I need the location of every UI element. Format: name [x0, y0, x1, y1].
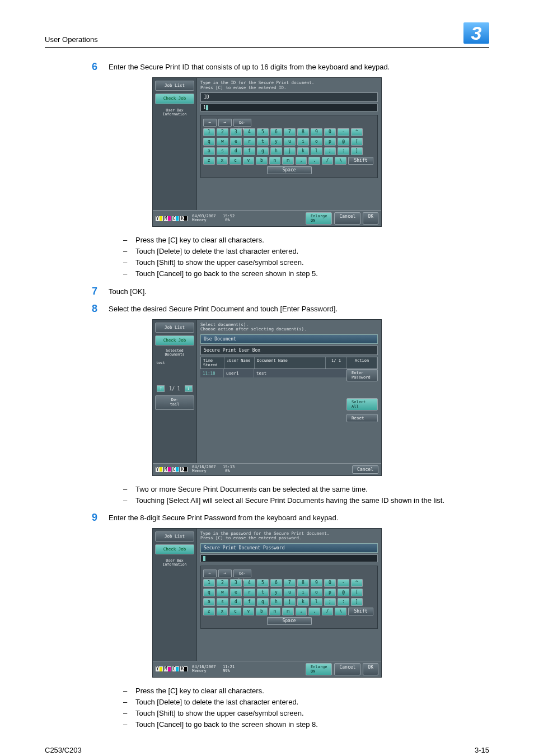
panel-sidebar: Job List Check Job Selected Documents te… [153, 320, 197, 463]
key-row-4: zxcvbnm,./\ Shift [203, 157, 375, 165]
password-input[interactable] [200, 554, 378, 562]
step-9: 9 Enter the 8-digit Secure Print Passwor… [92, 512, 489, 524]
shift-key[interactable]: Shift [348, 608, 373, 615]
checkjob-button[interactable]: Check Job [155, 94, 194, 104]
page-number: 3-15 [475, 746, 489, 754]
hint-text: Type in the ID for the Secure Print docu… [200, 81, 378, 90]
toner-levels-icon: YMCK [156, 666, 188, 671]
enlarge-button[interactable]: EnlargeON [306, 212, 332, 225]
id-input[interactable]: 1 [200, 104, 378, 111]
key-row-1: 1234567890-^ [203, 128, 375, 136]
step8-bullets: Two or more Secure Print Documents can b… [123, 484, 489, 506]
left-arrow-key[interactable]: ← [203, 570, 217, 577]
keyboard: ← → De-lete 1234567890-^ qwertyuiop@[ as… [200, 115, 378, 178]
section-title: User Operations [45, 35, 98, 44]
page-up-icon[interactable]: ↑ [157, 385, 165, 392]
step-6: 6 Enter the Secure Print ID that consist… [92, 61, 489, 73]
password-heading: Secure Print Document Password [200, 543, 378, 553]
ok-button[interactable]: OK [363, 663, 378, 675]
step-8: 8 Select the desired Secure Print Docume… [92, 303, 489, 315]
id-label: ID [200, 92, 378, 102]
selected-docs-label: Selected Documents [155, 349, 194, 357]
touch-panel-password: Job List Check Job User BoxInformation T… [152, 528, 382, 678]
cancel-button[interactable]: Cancel [334, 212, 360, 225]
joblist-button[interactable]: Job List [155, 81, 194, 91]
list-header: TimeStored ↓User Name Document Name 1/ 1… [200, 357, 378, 369]
joblist-button[interactable]: Job List [155, 531, 194, 542]
space-key[interactable]: Space [267, 166, 312, 174]
joblist-button[interactable]: Job List [155, 323, 194, 333]
toner-levels-icon: YMCK [156, 216, 188, 221]
reset-button[interactable]: Reset [346, 414, 378, 422]
pager: ↑ 1/ 1 ↓ [155, 385, 194, 392]
right-arrow-key[interactable]: → [218, 119, 232, 127]
right-arrow-key[interactable]: → [218, 570, 232, 577]
space-key[interactable]: Space [267, 617, 312, 625]
ok-button[interactable]: OK [363, 212, 378, 225]
panel-footer: YMCK 04/03/2007 15:52 Memory 0% EnlargeO… [153, 210, 381, 226]
checkjob-button[interactable]: Check Job [155, 544, 194, 554]
page-footer: C253/C203 3-15 [45, 746, 489, 754]
cancel-button[interactable]: Cancel [334, 663, 360, 675]
panel-sidebar: Job List Check Job User BoxInformation [153, 78, 197, 210]
left-arrow-key[interactable]: ← [203, 119, 217, 127]
cancel-button[interactable]: Cancel [352, 465, 378, 474]
step6-bullets: Press the [C] key to clear all character… [123, 235, 489, 280]
enter-password-button[interactable]: EnterPassword [346, 369, 378, 381]
panel-sidebar: Job List Check Job User BoxInformation [153, 529, 197, 661]
key-row-3: asdfghjkl;:] [203, 147, 375, 155]
hint-text: Select document(s).Choose action after s… [200, 323, 378, 332]
touch-panel-id: Job List Check Job User BoxInformation T… [152, 77, 382, 227]
tab-use-document[interactable]: Use Document [200, 334, 378, 344]
userbox-label: User BoxInformation [155, 559, 194, 567]
checkjob-button[interactable]: Check Job [155, 335, 194, 346]
delete-key[interactable]: De-lete [233, 570, 251, 577]
toner-levels-icon: YMCK [156, 467, 188, 472]
key-row-2: qwertyuiop@[ [203, 138, 375, 146]
key[interactable]: 1 [203, 128, 215, 136]
enlarge-button[interactable]: EnlargeON [306, 663, 332, 675]
step-number: 6 [92, 61, 109, 73]
page-header: User Operations 3 [45, 22, 489, 48]
page-down-icon[interactable]: ↓ [185, 385, 193, 392]
shift-key[interactable]: Shift [348, 157, 373, 165]
step-text: Enter the Secure Print ID that consists … [109, 61, 390, 73]
keyboard: ← → De-lete 1234567890-^ qwertyuiop@[ as… [200, 566, 378, 629]
touch-panel-select: Job List Check Job Selected Documents te… [152, 319, 382, 476]
tab-secure-box[interactable]: Secure Print User Box [200, 346, 378, 355]
userbox-label: User BoxInformation [155, 109, 194, 116]
step9-bullets: Press the [C] key to clear all character… [123, 685, 489, 731]
detail-button[interactable]: De-tail [155, 395, 194, 409]
selected-doc-item: test [155, 361, 194, 365]
panel-footer: YMCK 04/16/2007 11:21 Memory 99% Enlarge… [153, 661, 381, 677]
delete-key[interactable]: De-lete [233, 119, 251, 127]
model-label: C253/C203 [45, 746, 82, 754]
chapter-badge: 3 [463, 22, 489, 44]
step-7: 7 Touch [OK]. [92, 286, 489, 297]
panel-footer: YMCK 04/16/2007 15:13 Memory 0% Cancel [153, 463, 381, 475]
hint-text: Type in the password for the Secure Prin… [200, 531, 378, 541]
select-all-button[interactable]: SelectAll [346, 398, 378, 410]
datetime: 04/03/2007 15:52 Memory 0% [192, 214, 235, 223]
